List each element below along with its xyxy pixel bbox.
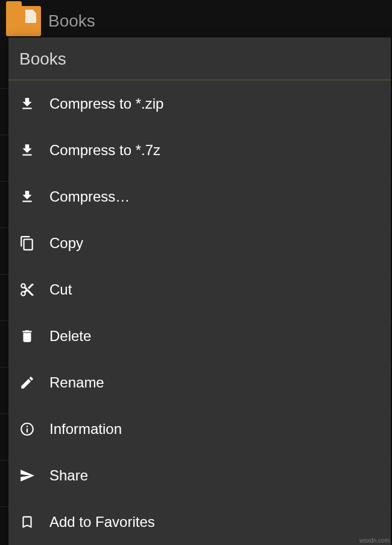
menu-rename[interactable]: Rename [8,359,391,406]
copy-icon [19,235,45,251]
context-menu: Books Compress to *.zip Compress to *.7z… [8,37,391,545]
download-icon [19,142,45,158]
bookmark-icon [19,514,45,530]
document-icon [25,10,36,23]
menu-add-favorites[interactable]: Add to Favorites [8,499,391,545]
cut-icon [19,282,45,298]
menu-item-label: Rename [45,374,104,391]
menu-item-label: Add to Favorites [45,514,155,531]
header-title: Books [48,11,95,31]
menu-copy[interactable]: Copy [8,220,391,266]
menu-information[interactable]: Information [8,406,391,452]
download-icon [19,96,45,112]
menu-item-label: Compress to *.7z [45,142,160,159]
menu-item-label: Compress… [45,188,130,205]
menu-share[interactable]: Share [8,452,391,499]
menu-compress-7z[interactable]: Compress to *.7z [8,127,391,173]
menu-item-label: Cut [45,281,72,298]
context-menu-title: Books [8,37,391,80]
menu-compress-more[interactable]: Compress… [8,173,391,220]
menu-delete[interactable]: Delete [8,313,391,359]
download-icon [19,189,45,205]
menu-item-label: Delete [45,328,91,345]
menu-item-label: Share [45,467,88,484]
rename-icon [19,375,45,390]
watermark: wsxdn.com [359,537,390,544]
menu-cut[interactable]: Cut [8,266,391,313]
delete-icon [19,328,45,344]
share-icon [19,468,45,483]
menu-compress-zip[interactable]: Compress to *.zip [8,80,391,127]
folder-icon [6,6,41,36]
menu-item-label: Copy [45,235,83,252]
menu-item-label: Information [45,421,122,438]
menu-item-label: Compress to *.zip [45,95,163,112]
app-header: Books [0,0,392,42]
info-icon [19,421,45,437]
